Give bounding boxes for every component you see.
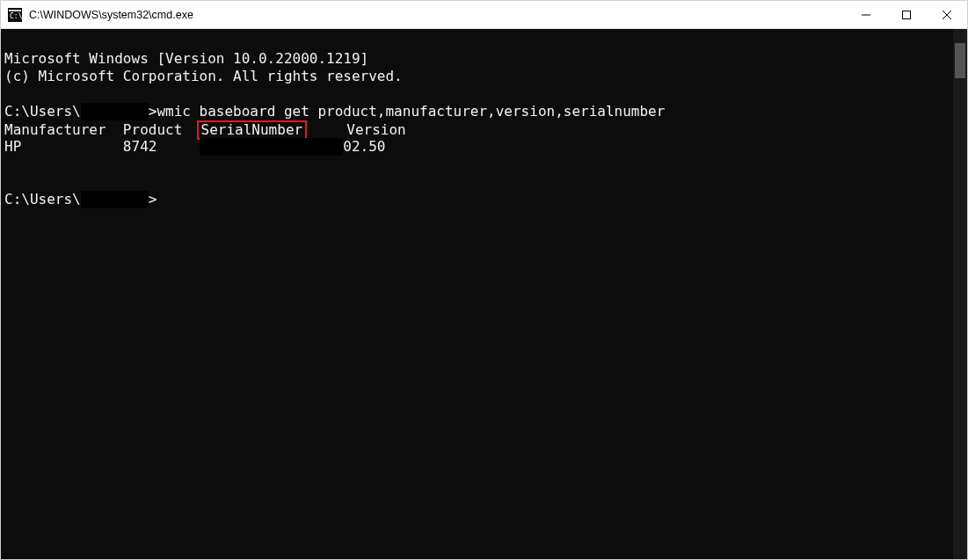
window-title: C:\WINDOWS\system32\cmd.exe [29,9,846,21]
titlebar[interactable]: C:\ C:\WINDOWS\system32\cmd.exe [1,1,967,29]
command-text: >wmic baseboard get product,manufacturer… [149,103,666,120]
svg-text:C:\: C:\ [10,12,22,20]
header-manufacturer: Manufacturer [4,121,123,139]
value-product: 8742 [123,138,200,156]
minimize-button[interactable] [846,1,886,28]
header-product: Product [123,121,200,139]
scrollbar-thumb[interactable] [955,43,965,78]
command-line: C:\Users\ >wmic baseboard get product,ma… [4,103,967,120]
highlight-serialnumber: SerialNumber [197,120,308,140]
cmd-window: C:\ C:\WINDOWS\system32\cmd.exe Microsof… [0,0,968,560]
header-serial: SerialNumber [201,121,303,138]
value-version: 02.50 [343,138,385,156]
prompt-path: C:\Users\ [4,191,81,207]
scrollbar-track[interactable] [953,29,967,559]
table-data-row: HP8742 02.50 [4,138,967,156]
prompt-cursor: > [149,191,157,207]
value-manufacturer: HP [4,138,123,156]
blank-line [4,85,967,103]
cmd-icon: C:\ [8,8,22,22]
blank-line [4,173,967,191]
svg-rect-4 [903,11,911,18]
redacted-username [81,191,149,208]
redacted-serial [200,138,344,156]
gap [304,121,330,139]
terminal-output: Microsoft Windows [Version 10.0.22000.12… [1,29,967,244]
prompt-line[interactable]: C:\Users\ > [4,191,967,208]
redacted-username [81,103,149,120]
table-header-row: ManufacturerProductSerialNumber Version [4,120,967,138]
prompt-path: C:\Users\ [4,103,81,120]
banner-line: (c) Microsoft Corporation. All rights re… [4,68,967,85]
window-controls [846,1,967,28]
close-button[interactable] [927,1,967,28]
maximize-button[interactable] [886,1,927,28]
svg-rect-1 [9,10,21,11]
terminal-area[interactable]: Microsoft Windows [Version 10.0.22000.12… [1,29,967,559]
header-version: Version [346,121,405,139]
banner-line: Microsoft Windows [Version 10.0.22000.12… [4,50,967,68]
blank-line [4,156,967,173]
